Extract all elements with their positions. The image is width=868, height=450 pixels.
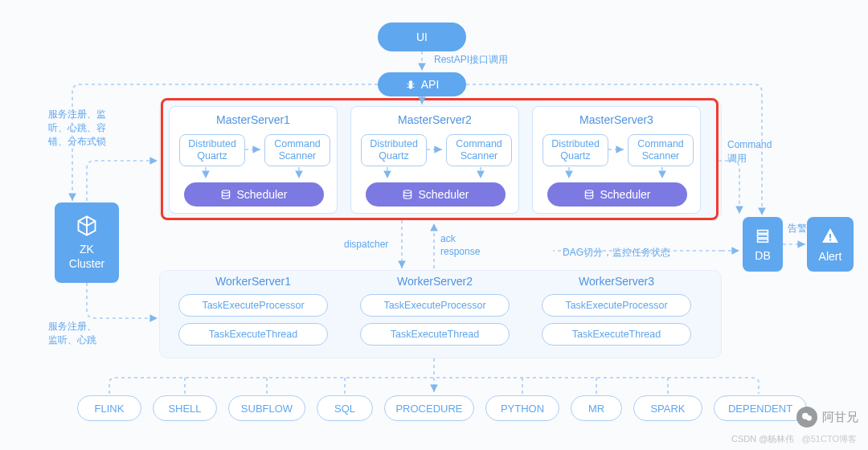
alert-note: 告警 — [788, 222, 807, 235]
svg-rect-2 — [758, 235, 768, 238]
bottom-procedure: PROCEDURE — [384, 395, 474, 421]
worker1-thread: TaskExecuteThread — [178, 323, 328, 346]
bottom-mr: MR — [571, 395, 622, 421]
db-label: DB — [755, 249, 770, 262]
worker3-thread: TaskExecuteThread — [542, 323, 691, 346]
connector-overlay — [0, 0, 868, 450]
worker-block-2: WorkerServer2 TaskExecuteProcessor TaskE… — [350, 275, 519, 346]
api-node: API — [378, 72, 466, 96]
bottom-python: PYTHON — [485, 395, 559, 421]
worker-block-3: WorkerServer3 TaskExecuteProcessor TaskE… — [532, 275, 701, 346]
worker1-proc: TaskExecuteProcessor — [178, 294, 328, 317]
svg-point-0 — [408, 80, 412, 84]
database-icon — [754, 227, 772, 244]
bottom-sql: SQL — [317, 395, 373, 421]
watermark-footer: CSDN @杨林伟 @51CTO博客 — [731, 433, 857, 445]
bottom-flink: FLINK — [77, 395, 141, 421]
watermark-logo: 阿甘兄 — [796, 407, 858, 428]
svg-rect-4 — [829, 234, 831, 238]
worker-block-1: WorkerServer1 TaskExecuteProcessor TaskE… — [169, 275, 338, 346]
db-node: DB — [743, 217, 783, 272]
worker3-title: WorkerServer3 — [532, 275, 701, 288]
worker2-proc: TaskExecuteProcessor — [360, 294, 510, 317]
zk-note-top: 服务注册、监听、心跳、容错、分布式锁 — [48, 108, 137, 148]
alert-label: Alert — [819, 250, 842, 263]
masters-highlight-border — [161, 98, 719, 220]
rest-api-label: RestAPI接口调用 — [434, 53, 508, 67]
dispatcher-label: dispatcher — [344, 238, 388, 252]
zk-cluster-node: ZKCluster — [55, 202, 119, 283]
bottom-spark: SPARK — [633, 395, 702, 421]
svg-point-31 — [806, 415, 812, 421]
svg-rect-5 — [829, 239, 831, 241]
api-label: API — [421, 78, 440, 91]
svg-rect-1 — [758, 231, 768, 234]
bottom-subflow: SUBFLOW — [228, 395, 305, 421]
worker1-title: WorkerServer1 — [169, 275, 338, 288]
bottom-shell: SHELL — [153, 395, 217, 421]
zk-note-bottom: 服务注册、监听、心跳 — [48, 320, 137, 347]
command-note: Command调用 — [727, 138, 784, 166]
wechat-icon — [796, 407, 817, 428]
ui-node: UI — [378, 22, 466, 51]
worker2-title: WorkerServer2 — [350, 275, 519, 288]
worker3-proc: TaskExecuteProcessor — [542, 294, 691, 317]
dag-note: DAG切分，监控任务状态 — [563, 246, 670, 260]
svg-rect-3 — [758, 239, 768, 243]
ui-label: UI — [416, 31, 428, 43]
alert-node: Alert — [807, 217, 854, 272]
bottom-dependent: DEPENDENT — [714, 395, 807, 421]
ack-label: ackresponse — [440, 233, 480, 258]
cube-icon — [76, 215, 98, 237]
alert-icon — [821, 226, 840, 245]
bug-icon — [405, 79, 416, 90]
worker2-thread: TaskExecuteThread — [360, 323, 510, 346]
